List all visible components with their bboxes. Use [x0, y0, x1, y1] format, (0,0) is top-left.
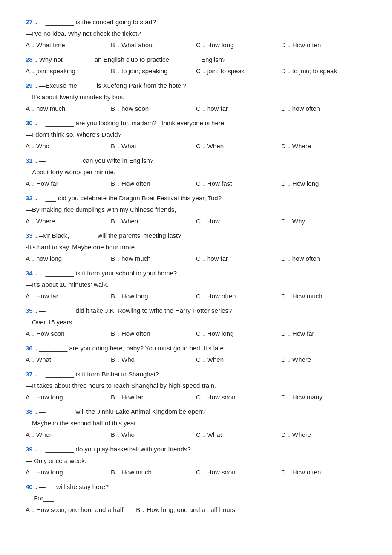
option-27-0: A．What time — [26, 40, 111, 50]
question-block-33: 33．–Mr Black, _______ will the parents' … — [26, 231, 366, 264]
option-33-1: B．how much — [111, 254, 196, 264]
question-block-39: 39．—________ do you play basketball with… — [26, 444, 366, 477]
option-28-0: A．join; speaking — [26, 66, 111, 76]
q-num-35: 35． — [26, 307, 39, 314]
option-30-1: B．What — [111, 141, 196, 151]
answer-line-38: —Maybe in the second half of this year. — [26, 418, 366, 428]
options-line-33: A．how longB．how muchC．how farD．how often — [26, 254, 366, 264]
question-line-27: 27．—________ is the concert going to sta… — [26, 17, 366, 27]
answer-line-31: —About forty words per minute. — [26, 167, 366, 177]
page-wrapper: 27．—________ is the concert going to sta… — [26, 17, 366, 515]
question-block-36: 36．________ are you doing here, baby? Yo… — [26, 343, 366, 365]
option-29-2: C．how far — [196, 104, 281, 114]
question-line-37: 37．—________ is it from Binhai to Shangh… — [26, 369, 366, 379]
option-30-0: A．Who — [26, 141, 111, 151]
question-line-36: 36．________ are you doing here, baby? Yo… — [26, 343, 366, 353]
option-33-0: A．how long — [26, 254, 111, 264]
option-35-1: B．How often — [111, 329, 196, 339]
option-39-2: C．How soon — [196, 467, 281, 477]
question-block-34: 34．—________ is it from your school to y… — [26, 268, 366, 301]
question-block-27: 27．—________ is the concert going to sta… — [26, 17, 366, 50]
options-line-39: A．How longB．How muchC．How soonD．How ofte… — [26, 467, 366, 477]
question-line-28: 28．Why not ________ an English club to p… — [26, 55, 366, 65]
option-40-1: B．How long, one and a half hours — [136, 505, 235, 515]
option-27-2: C．How long — [196, 40, 281, 50]
option-36-3: D．Where — [281, 355, 366, 365]
options-line-32: A．WhereB．WhenC．HowD．Why — [26, 216, 366, 226]
q-num-39: 39． — [26, 445, 39, 453]
option-30-2: C．When — [196, 141, 281, 151]
options-line-28: A．join; speakingB．to join; speakingC．joi… — [26, 66, 366, 76]
option-37-0: A．How long — [26, 392, 111, 402]
options-line-38: A．WhenB．WhoC．WhatD．Where — [26, 430, 366, 440]
options-line-35: A．How soonB．How oftenC．How longD．How far — [26, 329, 366, 339]
option-32-3: D．Why — [281, 216, 366, 226]
option-36-1: B．Who — [111, 355, 196, 365]
answer-line-35: —Over 15 years. — [26, 317, 366, 327]
question-block-29: 29．—Excuse me, ____ is Xuefeng Park from… — [26, 81, 366, 114]
option-34-1: B．How long — [111, 291, 196, 301]
options-line-40: A．How soon, one hour and a halfB．How lon… — [26, 505, 366, 515]
option-27-1: B．What about — [111, 40, 196, 50]
question-block-37: 37．—________ is it from Binhai to Shangh… — [26, 369, 366, 402]
option-32-2: C．How — [196, 216, 281, 226]
question-line-31: 31．—__________ can you write in English? — [26, 156, 366, 166]
question-line-39: 39．—________ do you play basketball with… — [26, 444, 366, 454]
option-31-3: D．How long — [281, 179, 366, 189]
question-block-40: 40．—___will she stay here?— For___.A．How… — [26, 482, 366, 515]
q-num-40: 40． — [26, 483, 39, 490]
q-num-33: 33． — [26, 232, 39, 239]
question-block-35: 35．—________ did it take J.K. Rowling to… — [26, 306, 366, 339]
option-39-0: A．How long — [26, 467, 111, 477]
options-line-27: A．What timeB．What aboutC．How longD．How o… — [26, 40, 366, 50]
options-line-30: A．WhoB．WhatC．WhenD．Where — [26, 141, 366, 151]
answer-line-33: -It's hard to say. Maybe one hour more. — [26, 242, 366, 252]
question-line-35: 35．—________ did it take J.K. Rowling to… — [26, 306, 366, 316]
option-35-2: C．How long — [196, 329, 281, 339]
question-line-34: 34．—________ is it from your school to y… — [26, 268, 366, 278]
option-39-1: B．How much — [111, 467, 196, 477]
option-38-2: C．What — [196, 430, 281, 440]
question-block-31: 31．—__________ can you write in English?… — [26, 156, 366, 189]
option-27-3: D．How often — [281, 40, 366, 50]
option-36-2: C．When — [196, 355, 281, 365]
option-28-1: B．to join; speaking — [111, 66, 196, 76]
option-35-0: A．How soon — [26, 329, 111, 339]
option-31-1: B．How often — [111, 179, 196, 189]
answer-line-29: —It's about twenty minutes by bus. — [26, 92, 366, 102]
questions-container: 27．—________ is the concert going to sta… — [26, 17, 366, 515]
option-29-0: A．how much — [26, 104, 111, 114]
option-32-0: A．Where — [26, 216, 111, 226]
answer-line-40: — For___. — [26, 493, 366, 503]
answer-line-37: —It takes about three hours to reach Sha… — [26, 381, 366, 391]
option-30-3: D．Where — [281, 141, 366, 151]
question-line-33: 33．–Mr Black, _______ will the parents' … — [26, 231, 366, 241]
question-line-38: 38．—________ will the Jinniu Lake Animal… — [26, 407, 366, 417]
option-33-3: D．how often — [281, 254, 366, 264]
question-line-29: 29．—Excuse me, ____ is Xuefeng Park from… — [26, 81, 366, 91]
option-29-3: D．how often — [281, 104, 366, 114]
question-block-30: 30．—________ are you looking for, madam?… — [26, 118, 366, 151]
options-line-31: A．How farB．How oftenC．How fastD．How long — [26, 179, 366, 189]
question-block-38: 38．—________ will the Jinniu Lake Animal… — [26, 407, 366, 440]
q-num-34: 34． — [26, 269, 39, 277]
answer-line-30: —I don't think so. Where's David? — [26, 130, 366, 140]
option-38-3: D．Where — [281, 430, 366, 440]
q-num-31: 31． — [26, 157, 39, 164]
question-line-30: 30．—________ are you looking for, madam?… — [26, 118, 366, 128]
answer-line-27: —I've no idea. Why not check the ticket? — [26, 29, 366, 39]
option-37-1: B．How far — [111, 392, 196, 402]
option-33-2: C．how far — [196, 254, 281, 264]
q-num-37: 37． — [26, 370, 39, 378]
question-line-32: 32．—___ did you celebrate the Dragon Boa… — [26, 193, 366, 203]
q-num-30: 30． — [26, 119, 39, 127]
option-28-3: D．to join; to speak — [281, 66, 366, 76]
option-34-0: A．How far — [26, 291, 111, 301]
q-num-36: 36． — [26, 344, 39, 352]
option-38-1: B．Who — [111, 430, 196, 440]
q-num-32: 32． — [26, 194, 39, 202]
options-line-29: A．how muchB．how soonC．how farD．how often — [26, 104, 366, 114]
q-num-27: 27． — [26, 18, 39, 26]
answer-line-34: —It's about 10 minutes' walk. — [26, 280, 366, 290]
q-num-28: 28． — [26, 56, 39, 63]
